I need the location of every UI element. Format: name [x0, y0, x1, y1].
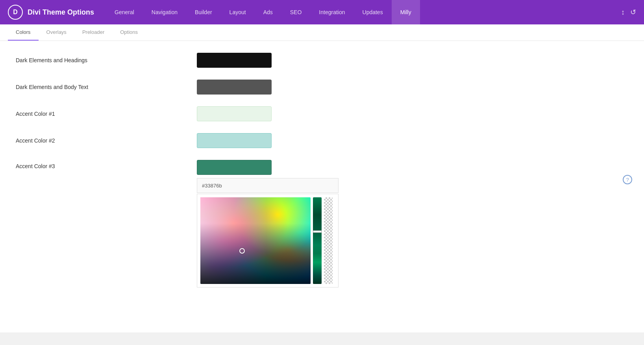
- nav-actions: ↕ ↺: [621, 8, 636, 17]
- app-title: Divi Theme Options: [28, 8, 94, 17]
- color-picker-dark-headings: [197, 53, 272, 68]
- tab-integration[interactable]: Integration: [310, 0, 353, 24]
- reset-button[interactable]: ↺: [630, 8, 636, 17]
- color-gradient-canvas[interactable]: [200, 197, 311, 284]
- color-label-dark-headings: Dark Elements and Headings: [16, 57, 197, 63]
- hue-thumb: [313, 230, 322, 233]
- color-swatch-dark-headings[interactable]: [197, 53, 272, 68]
- color-row-accent1: Accent Color #1: [16, 106, 628, 121]
- alpha-checkerboard: [324, 197, 333, 284]
- color-row-accent2: Accent Color #2: [16, 133, 628, 148]
- color-row-dark-body: Dark Elements and Body Text: [16, 80, 628, 95]
- color-label-accent2: Accent Color #2: [16, 137, 197, 144]
- color-row-accent3: Accent Color #3 #33876b: [16, 160, 628, 288]
- sub-tab-colors[interactable]: Colors: [8, 24, 39, 41]
- app-logo: D Divi Theme Options: [8, 5, 94, 20]
- color-hex-value: #33876b: [202, 183, 222, 189]
- alpha-slider[interactable]: [324, 197, 333, 284]
- tab-milly[interactable]: Milly: [392, 0, 420, 24]
- help-icon[interactable]: ?: [623, 175, 632, 184]
- tab-updates[interactable]: Updates: [354, 0, 392, 24]
- color-row-dark-headings: Dark Elements and Headings: [16, 53, 628, 68]
- color-picker-accent3: #33876b: [197, 160, 339, 288]
- color-picker-accent1: [197, 106, 272, 121]
- color-label-accent3: Accent Color #3: [16, 160, 197, 169]
- tab-layout[interactable]: Layout: [221, 0, 255, 24]
- tab-ads[interactable]: Ads: [255, 0, 281, 24]
- main-nav: General Navigation Builder Layout Ads SE…: [106, 0, 621, 24]
- color-crosshair[interactable]: [239, 248, 245, 254]
- color-picker-popup: [197, 194, 339, 288]
- tab-builder[interactable]: Builder: [186, 0, 221, 24]
- sub-tabs: Colors Overlays Preloader Options: [0, 24, 644, 41]
- sub-tab-preloader[interactable]: Preloader: [74, 24, 112, 41]
- tab-navigation[interactable]: Navigation: [143, 0, 186, 24]
- color-swatch-accent2[interactable]: [197, 133, 272, 148]
- gradient-layer-black: [200, 197, 311, 284]
- tab-seo[interactable]: SEO: [281, 0, 311, 24]
- sort-button[interactable]: ↕: [621, 8, 625, 17]
- color-swatch-accent3[interactable]: [197, 160, 272, 175]
- color-swatch-accent1[interactable]: [197, 106, 272, 121]
- color-hex-input[interactable]: #33876b: [197, 178, 339, 193]
- sub-tab-overlays[interactable]: Overlays: [39, 24, 74, 41]
- sub-tab-options[interactable]: Options: [112, 24, 146, 41]
- color-swatch-dark-body[interactable]: [197, 80, 272, 95]
- color-picker-dark-body: [197, 80, 272, 95]
- header: D Divi Theme Options General Navigation …: [0, 0, 644, 24]
- hue-slider[interactable]: [313, 197, 322, 284]
- tab-general[interactable]: General: [106, 0, 143, 24]
- logo-icon: D: [8, 5, 23, 20]
- color-picker-accent2: [197, 133, 272, 148]
- color-label-dark-body: Dark Elements and Body Text: [16, 84, 197, 90]
- main-content: ? Dark Elements and Headings Dark Elemen…: [0, 41, 644, 332]
- color-label-accent1: Accent Color #1: [16, 111, 197, 117]
